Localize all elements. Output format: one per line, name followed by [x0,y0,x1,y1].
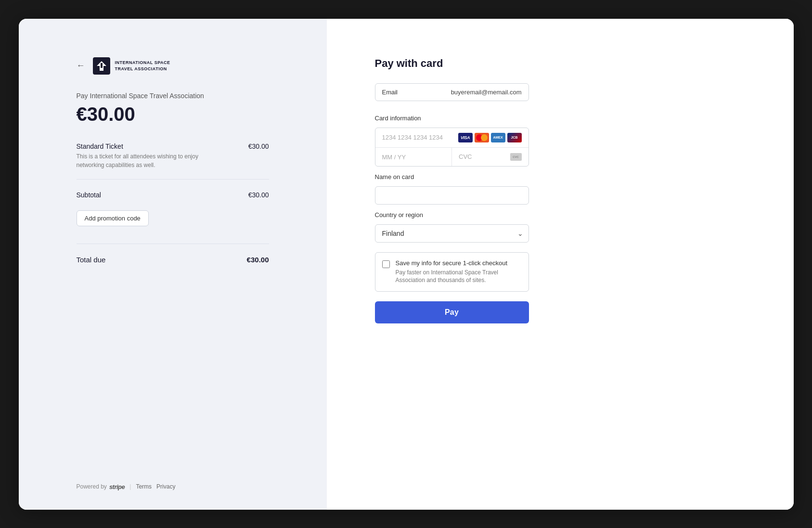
save-info-text-block: Save my info for secure 1-click checkout… [396,259,522,285]
email-value: buyeremail@memail.com [451,89,522,96]
card-expiry-cvc-row: MM / YY CVC CVC [375,148,528,166]
country-label: Country or region [375,211,529,219]
email-group: Email buyeremail@memail.com [375,83,529,108]
main-container: ← INTERNATIONAL SPACE TRAVEL ASSOCIATION… [19,19,794,510]
powered-by-stripe: Powered by stripe [77,483,125,490]
card-number-row[interactable]: 1234 1234 1234 1234 VISA AMEX JCB [375,128,528,148]
email-row: Email buyeremail@memail.com [375,83,529,101]
total-price: €30.00 [247,256,269,264]
card-info-label: Card information [375,115,529,122]
ticket-name: Standard Ticket [77,142,211,150]
org-name: INTERNATIONAL SPACE TRAVEL ASSOCIATION [115,60,170,72]
left-panel: ← INTERNATIONAL SPACE TRAVEL ASSOCIATION… [19,19,327,510]
ticket-desc: This is a ticket for all attendees wishi… [77,152,211,169]
subtotal-row: Subtotal €30.00 [77,191,269,199]
expiry-placeholder: MM / YY [382,154,406,161]
ticket-line-item: Standard Ticket This is a ticket for all… [77,142,269,169]
save-info-subtext: Pay faster on International Space Travel… [396,269,522,285]
save-info-checkbox[interactable] [382,260,390,268]
card-icons: VISA AMEX JCB [458,133,522,142]
mastercard-icon [475,133,489,142]
org-logo-icon [93,57,110,75]
card-expiry-field[interactable]: MM / YY [375,148,452,166]
jcb-icon: JCB [507,133,522,142]
ticket-price: €30.00 [248,142,269,150]
card-info-block[interactable]: 1234 1234 1234 1234 VISA AMEX JCB MM / Y… [375,128,529,167]
total-label: Total due [77,256,106,264]
save-info-box: Save my info for secure 1-click checkout… [375,252,529,292]
privacy-link[interactable]: Privacy [156,483,175,490]
name-on-card-label: Name on card [375,173,529,180]
add-promo-code-button[interactable]: Add promotion code [77,210,149,226]
divider-2 [77,244,269,244]
subtotal-price: €30.00 [248,191,269,199]
email-label: Email [382,89,398,96]
country-select[interactable]: Finland Sweden Norway Denmark Estonia [375,224,529,243]
card-cvc-field[interactable]: CVC CVC [452,148,528,166]
stripe-logo: stripe [109,483,125,490]
footer-divider: | [129,483,131,490]
cvc-placeholder: CVC [459,153,472,160]
amex-icon: AMEX [491,133,505,142]
logo-area: ← INTERNATIONAL SPACE TRAVEL ASSOCIATION [77,57,170,75]
right-panel: Pay with card Email buyeremail@memail.co… [327,19,794,510]
pay-button[interactable]: Pay [375,301,529,323]
card-number-placeholder: 1234 1234 1234 1234 [382,134,443,141]
country-select-wrapper: Finland Sweden Norway Denmark Estonia ⌄ [375,224,529,243]
terms-link[interactable]: Terms [136,483,152,490]
back-arrow-icon[interactable]: ← [77,61,85,71]
subtotal-label: Subtotal [77,191,101,199]
divider-1 [77,179,269,180]
powered-by-label: Powered by [77,483,107,490]
total-row: Total due €30.00 [77,256,269,264]
footer: Powered by stripe | Terms Privacy [77,483,176,490]
name-on-card-input[interactable] [375,186,529,205]
visa-icon: VISA [458,133,473,142]
amount-display: €30.00 [77,103,135,125]
pay-label: Pay International Space Travel Associati… [77,92,204,100]
pay-with-card-title: Pay with card [375,57,443,70]
cvc-icon: CVC [510,153,522,161]
save-info-label: Save my info for secure 1-click checkout [396,259,522,267]
